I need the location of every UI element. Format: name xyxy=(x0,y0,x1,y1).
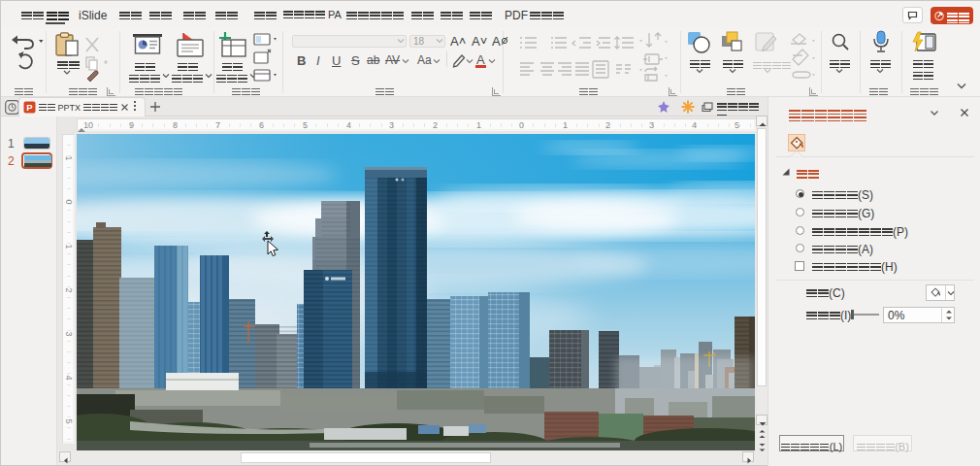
svg-text:P: P xyxy=(26,102,33,113)
